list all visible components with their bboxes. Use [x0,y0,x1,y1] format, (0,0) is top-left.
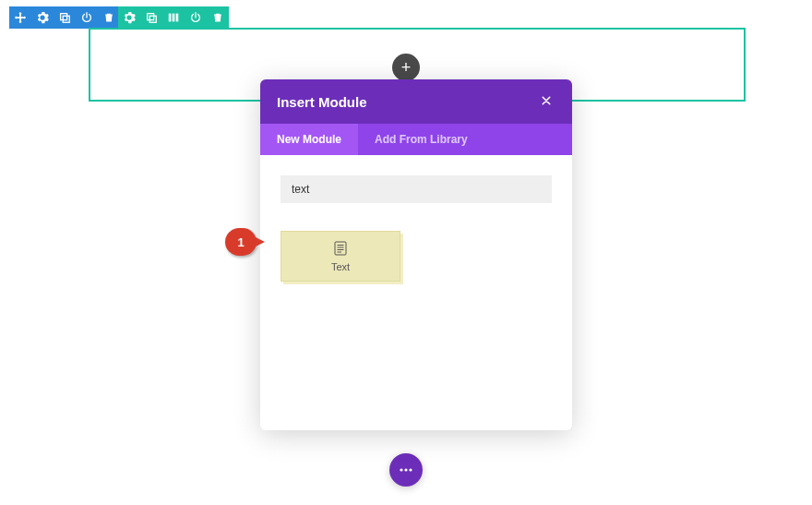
search-input[interactable] [281,175,552,203]
delete-icon[interactable] [207,6,229,29]
callout-number: 1 [225,228,257,256]
svg-rect-2 [148,14,154,20]
svg-rect-0 [61,14,67,20]
duplicate-icon[interactable] [140,6,162,29]
modal-title: Insert Module [277,94,367,110]
gear-icon[interactable] [31,6,54,29]
svg-rect-7 [335,242,346,255]
tab-new-module[interactable]: New Module [260,124,358,155]
power-icon[interactable] [185,6,207,29]
modal-tabs: New Module Add From Library [260,124,572,155]
document-icon [334,241,347,258]
modal-header: Insert Module [260,79,572,124]
svg-rect-5 [173,14,175,22]
svg-point-13 [404,468,407,471]
svg-rect-6 [176,14,179,22]
row-toolbar [118,6,229,29]
floating-menu-button[interactable] [389,453,423,487]
columns-icon[interactable] [162,6,185,29]
close-icon[interactable] [537,92,555,111]
tab-add-from-library[interactable]: Add From Library [358,124,484,155]
svg-rect-4 [169,14,172,22]
delete-icon[interactable] [98,6,120,29]
module-text[interactable]: Text [281,231,400,282]
module-label: Text [331,261,350,272]
callout-marker: 1 [225,228,269,259]
svg-point-12 [400,468,402,471]
add-module-button[interactable]: + [392,54,420,81]
insert-module-modal: Insert Module New Module Add From Librar… [260,79,572,430]
svg-rect-1 [63,16,69,22]
section-toolbar [9,6,120,29]
duplicate-icon[interactable] [54,6,76,29]
move-icon[interactable] [9,6,31,29]
gear-icon[interactable] [118,6,140,29]
svg-point-14 [409,468,412,471]
power-icon[interactable] [76,6,98,29]
svg-rect-3 [149,16,156,22]
